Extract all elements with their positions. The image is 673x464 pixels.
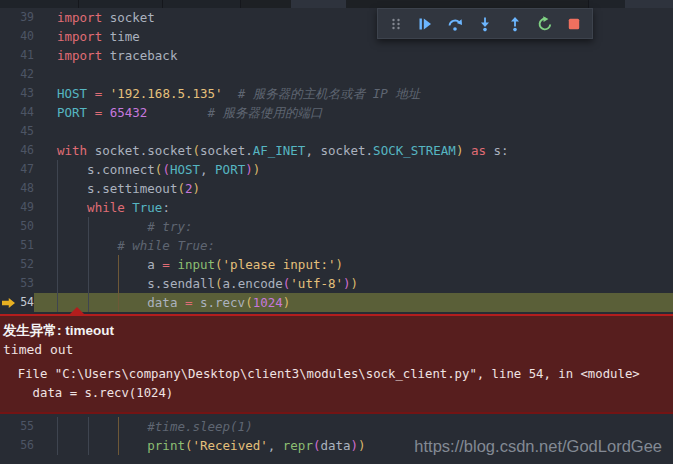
- step-over-icon[interactable]: [447, 15, 464, 32]
- code-line-42[interactable]: 42: [0, 65, 673, 84]
- continue-icon[interactable]: [417, 15, 434, 32]
- code-text[interactable]: # try:: [34, 217, 673, 236]
- code-text[interactable]: [34, 65, 673, 84]
- line-number[interactable]: 39: [0, 8, 34, 27]
- code-area-top: 39import socket40import time41import tra…: [0, 8, 673, 312]
- code-line-44[interactable]: 44PORT = 65432 # 服务器使用的端口: [0, 103, 673, 122]
- code-text[interactable]: # while True:: [34, 236, 673, 255]
- step-into-icon[interactable]: [476, 15, 493, 32]
- stop-icon[interactable]: [566, 15, 583, 32]
- drag-handle-icon[interactable]: [387, 15, 404, 32]
- indent-guide-active: [118, 255, 119, 312]
- csdn-watermark: https://blog.csdn.net/GodLordGee: [414, 437, 662, 456]
- code-line-48[interactable]: 48 s.settimeout(2): [0, 179, 673, 198]
- traceback-code-line: data = s.recv(1024): [3, 384, 665, 403]
- tab-segment[interactable]: [240, 0, 291, 8]
- line-number[interactable]: 42: [0, 65, 34, 84]
- line-number[interactable]: 47: [0, 160, 34, 179]
- tab-segment[interactable]: [346, 0, 588, 8]
- code-text[interactable]: import traceback: [34, 46, 673, 65]
- line-number[interactable]: 46: [0, 141, 34, 160]
- restart-icon[interactable]: [536, 15, 553, 32]
- code-line-43[interactable]: 43HOST = '192.168.5.135' # 服务器的主机名或者 IP …: [0, 84, 673, 103]
- line-number[interactable]: 44: [0, 103, 34, 122]
- traceback-file-line: File "C:\Users\company\Desktop\client3\m…: [3, 365, 665, 384]
- code-text[interactable]: [34, 122, 673, 141]
- line-number[interactable]: 43: [0, 84, 34, 103]
- code-line-45[interactable]: 45: [0, 122, 673, 141]
- line-number[interactable]: 50: [0, 217, 34, 236]
- tab-divider: [78, 0, 79, 8]
- line-number[interactable]: 45: [0, 122, 34, 141]
- step-out-icon[interactable]: [506, 15, 523, 32]
- line-number[interactable]: 41: [0, 46, 34, 65]
- vscode-editor-window: 39import socket40import time41import tra…: [0, 0, 673, 464]
- tab-segment[interactable]: [625, 0, 673, 8]
- code-text[interactable]: a = input('please input:'): [34, 255, 673, 274]
- code-line-52[interactable]: 52 a = input('please input:'): [0, 255, 673, 274]
- code-text[interactable]: s.connect((HOST, PORT)): [34, 160, 673, 179]
- code-line-47[interactable]: 47 s.connect((HOST, PORT)): [0, 160, 673, 179]
- line-number[interactable]: 49: [0, 198, 34, 217]
- peek-notch-icon: [70, 307, 84, 314]
- code-text[interactable]: s.sendall(a.encode('utf-8')): [34, 274, 673, 293]
- line-number[interactable]: 52: [0, 255, 34, 274]
- code-line-53[interactable]: 53 s.sendall(a.encode('utf-8')): [0, 274, 673, 293]
- code-text[interactable]: PORT = 65432 # 服务器使用的端口: [34, 103, 673, 122]
- code-text[interactable]: while True:: [34, 198, 673, 217]
- code-text[interactable]: s.settimeout(2): [34, 179, 673, 198]
- code-text[interactable]: HOST = '192.168.5.135' # 服务器的主机名或者 IP 地址: [34, 84, 673, 103]
- line-number[interactable]: 55: [0, 417, 34, 436]
- line-number[interactable]: 56: [0, 436, 34, 455]
- code-line-49[interactable]: 49 while True:: [0, 198, 673, 217]
- tab-divider: [588, 0, 589, 8]
- code-line-50[interactable]: 50 # try:: [0, 217, 673, 236]
- line-number[interactable]: 53: [0, 274, 34, 293]
- code-text[interactable]: #time.sleep(1): [34, 417, 673, 436]
- code-text[interactable]: with socket.socket(socket.AF_INET, socke…: [34, 141, 673, 160]
- tab-divider: [240, 0, 241, 8]
- line-number[interactable]: 40: [0, 27, 34, 46]
- code-line-51[interactable]: 51 # while True:: [0, 236, 673, 255]
- code-line-46[interactable]: 46with socket.socket(socket.AF_INET, soc…: [0, 141, 673, 160]
- exception-title: 发生异常: timeout: [3, 321, 665, 340]
- line-number[interactable]: 51: [0, 236, 34, 255]
- code-text[interactable]: data = s.recv(1024): [34, 293, 673, 312]
- exception-peek-panel: 发生异常: timeout timed out File "C:\Users\c…: [0, 314, 673, 414]
- debug-toolbar: [377, 8, 593, 39]
- line-number[interactable]: 48: [0, 179, 34, 198]
- code-line-41[interactable]: 41import traceback: [0, 46, 673, 65]
- indent-guide: [57, 160, 58, 312]
- indent-guide: [88, 217, 89, 312]
- tab-bar[interactable]: [0, 0, 673, 8]
- tab-divider: [162, 0, 163, 8]
- exception-message: timed out: [3, 340, 665, 359]
- code-line-55[interactable]: 55 #time.sleep(1): [0, 417, 673, 436]
- code-line-54[interactable]: 54 data = s.recv(1024): [0, 293, 673, 312]
- tab-segment-active[interactable]: [291, 0, 346, 8]
